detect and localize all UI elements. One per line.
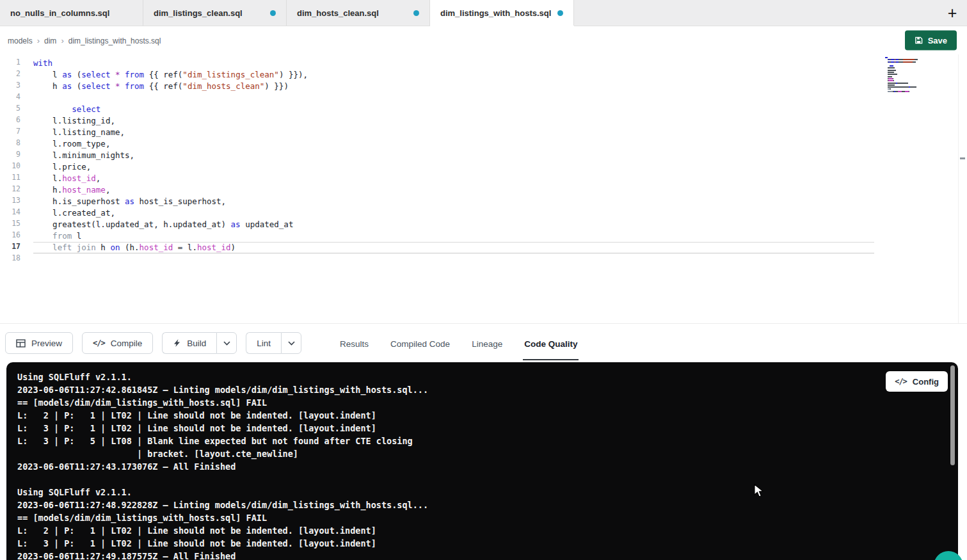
code-token: with	[33, 58, 52, 68]
file-tab[interactable]: dim_listings_clean.sql	[143, 0, 287, 26]
editor-scrollbar[interactable]	[958, 54, 967, 323]
code-line: l.host_id,	[33, 173, 874, 184]
lint-dropdown-button[interactable]	[281, 332, 301, 354]
code-token	[110, 70, 115, 79]
terminal-line: L: 2 | P: 1 | LT02 | Line should not be …	[17, 409, 947, 422]
code-token: as	[231, 220, 241, 229]
compile-button[interactable]: </> Compile	[82, 332, 153, 354]
file-tab[interactable]: dim_hosts_clean.sql	[287, 0, 430, 26]
terminal-line: == [models/dim/dim_listings_with_hosts.s…	[17, 511, 947, 524]
file-tab[interactable]: no_nulls_in_columns.sql	[0, 0, 143, 26]
file-tab-label: dim_hosts_clean.sql	[297, 8, 379, 18]
minimap-line	[885, 78, 935, 79]
code-token: "dim_listings_clean"	[182, 70, 279, 79]
code-token: h	[96, 243, 111, 252]
build-label: Build	[187, 339, 206, 348]
code-token: greatest(l.updated_at, h.updated_at)	[33, 220, 231, 229]
save-icon	[915, 36, 923, 45]
panel-tab-lineage[interactable]: Lineage	[470, 326, 504, 360]
minimap-token	[888, 76, 892, 77]
panel-tabs: ResultsCompiled CodeLineageCode Quality	[339, 324, 579, 362]
build-dropdown-button[interactable]	[216, 332, 237, 354]
code-token: ,	[96, 173, 101, 183]
lint-button[interactable]: Lint	[246, 332, 281, 354]
code-token: l.listing_name,	[33, 127, 125, 137]
code-token: as	[125, 196, 134, 206]
terminal-scrollbar-thumb[interactable]	[950, 365, 955, 465]
minimap-line	[885, 61, 935, 63]
build-icon	[173, 339, 181, 348]
code-line: greatest(l.updated_at, h.updated_at) as …	[33, 219, 874, 230]
minimap-token	[910, 86, 916, 88]
file-tab-label: dim_listings_clean.sql	[154, 8, 243, 18]
config-button[interactable]: </> Config	[886, 371, 948, 392]
code-token: l.room_type,	[33, 139, 110, 148]
minimap-token	[888, 72, 895, 73]
line-number: 6	[0, 115, 28, 127]
code-line: left join h on (h.host_id = l.host_id)	[33, 242, 874, 253]
minimap-indent	[885, 65, 890, 67]
code-line: h.host_name,	[33, 184, 874, 196]
terminal-line: Using SQLFluff v2.1.1.	[17, 486, 947, 499]
code-editor[interactable]: 123456789101112131415161718 with l as (s…	[0, 54, 967, 324]
minimap-token	[903, 59, 915, 60]
code-token	[120, 81, 125, 91]
code-line: l.price,	[33, 161, 874, 173]
terminal-panel: Using SQLFluff v2.1.1.2023-06-06T11:27:4…	[6, 362, 958, 560]
minimap-token	[888, 83, 897, 84]
breadcrumb-separator: ›	[37, 36, 40, 45]
code-token: select	[72, 104, 100, 114]
panel-tab-results[interactable]: Results	[339, 326, 370, 360]
code-token: h.	[33, 185, 62, 195]
minimap-token	[888, 84, 895, 86]
minimap-token	[888, 74, 897, 75]
panel-tab-compiled-code[interactable]: Compiled Code	[389, 326, 451, 360]
editor-minimap[interactable]	[885, 57, 935, 95]
code-line: l as (select * from {{ ref("dim_listings…	[33, 69, 874, 81]
line-number: 13	[0, 196, 28, 207]
file-tab[interactable]: dim_listings_with_hosts.sql	[430, 0, 574, 26]
code-line: l.minimum_nights,	[33, 150, 874, 161]
unsaved-indicator	[413, 10, 419, 16]
code-token: from	[125, 70, 144, 79]
terminal-line: == [models/dim/dim_listings_with_hosts.s…	[17, 396, 947, 409]
build-button-group: Build	[162, 332, 237, 354]
code-token: (	[72, 81, 81, 91]
code-token: select	[81, 70, 110, 79]
chevron-down-icon	[288, 341, 295, 346]
breadcrumb: models›dim›dim_listings_with_hosts.sql	[8, 35, 161, 46]
line-number: 4	[0, 92, 28, 104]
line-number: 5	[0, 104, 28, 115]
code-token: ) }}),	[279, 70, 308, 79]
code-token: ) }})	[264, 81, 289, 91]
line-number: 18	[0, 253, 28, 265]
code-token: from	[52, 231, 72, 241]
code-token: select	[81, 81, 110, 91]
line-number: 9	[0, 150, 28, 161]
preview-button[interactable]: Preview	[5, 332, 73, 354]
code-token: )	[231, 243, 236, 252]
file-tab-bar: no_nulls_in_columns.sqldim_listings_clea…	[0, 0, 967, 26]
line-number: 11	[0, 173, 28, 184]
code-line: l.created_at,	[33, 207, 874, 219]
minimap-token	[888, 86, 909, 88]
code-token: host_id	[197, 243, 231, 252]
code-line	[33, 92, 874, 104]
line-number: 15	[0, 219, 28, 230]
new-tab-button[interactable]: +	[938, 0, 967, 26]
line-number: 16	[0, 230, 28, 242]
panel-tab-code-quality[interactable]: Code Quality	[523, 326, 579, 360]
code-line: l.room_type,	[33, 138, 874, 150]
save-button[interactable]: Save	[905, 31, 957, 51]
breadcrumb-item: models	[8, 36, 33, 45]
terminal-line: 2023-06-06T11:27:49.187575Z — All Finish…	[17, 550, 947, 560]
breadcrumb-separator: ›	[61, 36, 63, 45]
minimap-token	[893, 80, 894, 81]
code-token	[120, 70, 125, 79]
config-icon: </>	[895, 377, 907, 386]
build-button[interactable]: Build	[162, 332, 216, 354]
code-line: with	[33, 58, 874, 69]
line-number: 14	[0, 207, 28, 219]
code-line: l.listing_id,	[33, 115, 874, 127]
chevron-down-icon	[223, 341, 230, 346]
